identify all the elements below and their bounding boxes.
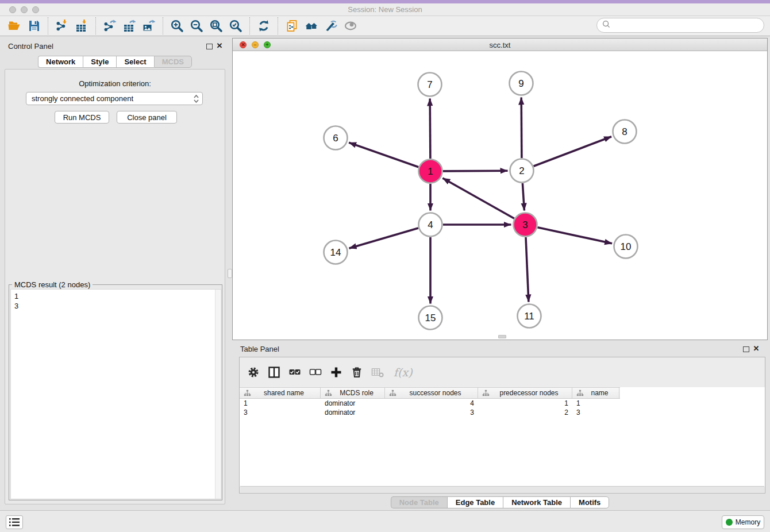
table-cell[interactable]: dominator (321, 399, 385, 408)
graph-node-3[interactable]: 3 (514, 213, 537, 237)
table-cell[interactable]: dominator (321, 408, 385, 417)
toolbar-separator (278, 17, 278, 34)
table-horizontal-scrollbar[interactable] (240, 486, 764, 492)
zoom-selected-icon[interactable] (226, 17, 245, 34)
tab-style[interactable]: Style (83, 56, 116, 68)
table-cell[interactable]: 3 (240, 408, 321, 417)
deselect-all-icon[interactable] (306, 363, 325, 381)
graph-node-11[interactable]: 11 (518, 304, 541, 328)
export-network-icon[interactable] (100, 17, 120, 34)
criterion-dropdown[interactable]: strongly connected component (26, 92, 203, 105)
svg-text:3: 3 (522, 219, 528, 230)
column-header-predecessor-nodes[interactable]: predecessor nodes (478, 388, 572, 398)
tab-mcds[interactable]: MCDS (154, 56, 192, 68)
close-panel-button[interactable]: Close panel (117, 111, 177, 124)
export-image-icon[interactable] (139, 17, 159, 34)
tab-network[interactable]: Network (38, 56, 83, 68)
tab-node-table[interactable]: Node Table (391, 496, 447, 508)
function-builder-icon: f(x) (394, 366, 413, 379)
mcds-result-textarea[interactable]: 1 3 (10, 289, 221, 499)
edge-2-3[interactable] (522, 183, 524, 211)
table-cell[interactable]: 1 (240, 399, 321, 408)
edge-2-8[interactable] (534, 137, 612, 167)
graph-node-2[interactable]: 2 (510, 159, 534, 183)
table-panel-title: Table Panel (240, 345, 279, 353)
copy-network-icon[interactable] (282, 17, 302, 34)
table-cell[interactable]: 3 (572, 408, 619, 417)
first-neighbors-icon[interactable] (302, 17, 321, 34)
edge-1-7[interactable] (430, 99, 430, 159)
export-table-icon[interactable] (120, 17, 139, 34)
edge-3-1[interactable] (442, 178, 514, 218)
import-network-icon[interactable] (52, 17, 72, 34)
float-table-panel-icon[interactable] (743, 344, 749, 354)
open-folder-icon[interactable] (5, 17, 24, 34)
column-header-shared-name[interactable]: shared name (240, 388, 321, 398)
table-cell[interactable]: 2 (478, 408, 572, 417)
tab-network-table[interactable]: Network Table (503, 496, 570, 508)
edge-1-6[interactable] (349, 142, 418, 167)
import-table-icon[interactable] (72, 17, 91, 34)
column-header-successor-nodes[interactable]: successor nodes (385, 388, 478, 398)
graph-node-6[interactable]: 6 (324, 126, 348, 150)
tab-select[interactable]: Select (116, 56, 153, 68)
refresh-layout-icon[interactable] (254, 17, 274, 34)
apply-style-icon[interactable] (321, 17, 341, 34)
table-cell[interactable]: 1 (478, 399, 572, 408)
table-panel: Table Panel ✕ f(x) shared nameMCDS roles… (232, 342, 768, 509)
graph-node-10[interactable]: 10 (614, 235, 638, 259)
splitter-handle[interactable] (228, 269, 232, 278)
toolbar-separator (249, 17, 250, 34)
search-input[interactable] (611, 20, 764, 31)
search-box[interactable] (596, 18, 764, 33)
node-table-container: f(x) shared nameMCDS rolesuccessor nodes… (239, 357, 765, 494)
column-header-MCDS-role[interactable]: MCDS role (321, 388, 385, 398)
task-history-button[interactable] (6, 515, 23, 529)
graph-node-1[interactable]: 1 (419, 160, 442, 183)
table-row[interactable]: 1dominator411 (240, 399, 765, 408)
save-icon[interactable] (24, 17, 44, 34)
add-row-icon[interactable] (327, 363, 345, 381)
graph-node-4[interactable]: 4 (419, 213, 442, 237)
edge-1-2[interactable] (443, 171, 508, 171)
table-row[interactable]: 3dominator323 (240, 408, 765, 417)
edge-3-11[interactable] (526, 237, 529, 302)
graph-node-8[interactable]: 8 (613, 120, 637, 144)
edge-2-9[interactable] (521, 98, 522, 159)
zoom-fit-icon[interactable] (206, 17, 226, 34)
toolbar-separator (163, 17, 163, 34)
svg-text:7: 7 (427, 79, 432, 90)
table-cell[interactable]: 1 (572, 399, 619, 408)
memory-status-dot (726, 519, 733, 526)
svg-text:8: 8 (622, 126, 627, 137)
table-cell[interactable]: 4 (385, 399, 478, 408)
column-header-name[interactable]: name (572, 388, 619, 398)
tab-motifs[interactable]: Motifs (570, 496, 609, 508)
network-canvas[interactable]: 1234678910111415 (233, 51, 767, 340)
edge-3-10[interactable] (538, 228, 613, 244)
zoom-in-icon[interactable] (167, 17, 187, 34)
graph-node-15[interactable]: 15 (419, 306, 442, 330)
close-panel-icon[interactable]: ✕ (215, 41, 224, 50)
run-mcds-button[interactable]: Run MCDS (55, 111, 109, 124)
search-icon (602, 20, 611, 31)
select-all-icon[interactable] (286, 363, 304, 381)
tab-edge-table[interactable]: Edge Table (447, 496, 503, 508)
gear-icon[interactable] (244, 363, 263, 381)
graph-node-7[interactable]: 7 (418, 73, 442, 97)
edge-4-14[interactable] (349, 228, 418, 248)
delete-row-icon[interactable] (348, 363, 366, 381)
zoom-out-icon[interactable] (187, 17, 206, 34)
criterion-value: strongly connected component (32, 94, 133, 103)
table-cell[interactable]: 3 (385, 408, 478, 417)
close-table-panel-icon[interactable]: ✕ (752, 344, 761, 353)
canvas-splitter-handle[interactable] (498, 335, 506, 338)
svg-text:4: 4 (428, 219, 433, 230)
columns-icon[interactable] (265, 363, 283, 381)
optimization-criterion-label: Optimization criterion: (5, 79, 225, 88)
float-panel-icon[interactable] (206, 41, 213, 52)
result-scrollbar[interactable] (215, 290, 220, 499)
memory-button[interactable]: Memory (722, 515, 764, 529)
graph-node-9[interactable]: 9 (510, 72, 533, 95)
graph-node-14[interactable]: 14 (324, 241, 348, 264)
